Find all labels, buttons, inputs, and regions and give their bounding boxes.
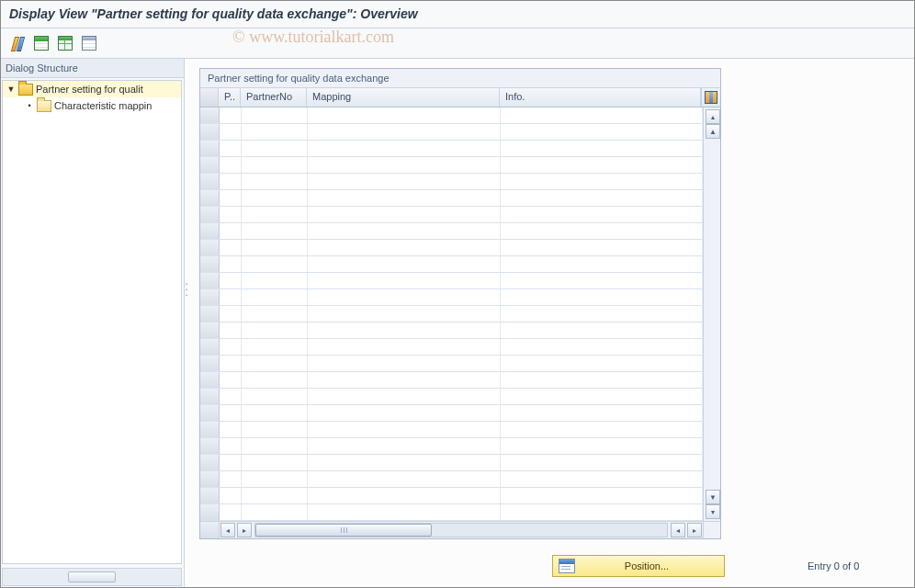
cell-partner-type[interactable] <box>220 306 242 322</box>
row-selector[interactable] <box>200 438 220 454</box>
cell-partner-no[interactable] <box>242 107 308 123</box>
cell-info[interactable] <box>501 306 703 322</box>
table-row[interactable] <box>200 240 703 256</box>
row-selector[interactable] <box>200 223 220 239</box>
position-button[interactable]: Position... <box>552 555 725 577</box>
cell-info[interactable] <box>501 405 703 421</box>
splitter-handle[interactable]: ••• <box>184 276 189 303</box>
cell-partner-type[interactable] <box>220 256 242 272</box>
hscroll-thumb[interactable] <box>255 524 432 537</box>
cell-info[interactable] <box>501 389 703 404</box>
row-selector[interactable] <box>200 141 220 156</box>
cell-partner-no[interactable] <box>242 504 308 520</box>
cell-partner-type[interactable] <box>220 372 242 388</box>
table-row[interactable] <box>200 124 703 141</box>
tree-node-characteristic-mapping[interactable]: • Characteristic mappin <box>3 97 181 114</box>
cell-info[interactable] <box>501 157 703 173</box>
cell-partner-no[interactable] <box>242 356 308 371</box>
cell-mapping[interactable] <box>308 488 501 503</box>
cell-partner-no[interactable] <box>242 289 308 305</box>
table-row[interactable] <box>200 405 703 422</box>
dialog-structure-tree[interactable]: ▼ Partner setting for qualit • Character… <box>2 80 182 564</box>
row-selector[interactable] <box>200 422 220 437</box>
cell-partner-no[interactable] <box>242 141 308 156</box>
cell-mapping[interactable] <box>308 322 501 338</box>
cell-partner-type[interactable] <box>220 339 242 355</box>
cell-mapping[interactable] <box>308 405 501 421</box>
cell-partner-type[interactable] <box>220 405 242 421</box>
grid-header-mapping[interactable]: Mapping <box>307 88 500 107</box>
row-selector[interactable] <box>200 405 220 421</box>
row-selector[interactable] <box>200 322 220 338</box>
cell-partner-no[interactable] <box>242 157 308 173</box>
cell-mapping[interactable] <box>308 372 501 388</box>
cell-partner-type[interactable] <box>220 207 242 222</box>
table-row[interactable] <box>200 207 703 223</box>
table-row[interactable] <box>200 107 703 124</box>
row-selector[interactable] <box>200 339 220 355</box>
table-row[interactable] <box>200 471 703 488</box>
row-selector[interactable] <box>200 306 220 322</box>
cell-partner-no[interactable] <box>242 223 308 239</box>
new-entries-button[interactable] <box>31 33 51 53</box>
cell-mapping[interactable] <box>308 107 501 123</box>
cell-partner-no[interactable] <box>242 273 308 288</box>
cell-partner-type[interactable] <box>220 455 242 470</box>
cell-partner-type[interactable] <box>220 141 242 156</box>
cell-info[interactable] <box>501 256 703 272</box>
cell-mapping[interactable] <box>308 256 501 272</box>
cell-info[interactable] <box>501 240 703 255</box>
cell-partner-no[interactable] <box>242 471 308 487</box>
cell-info[interactable] <box>501 273 703 288</box>
cell-partner-no[interactable] <box>242 174 308 189</box>
cell-info[interactable] <box>501 207 703 222</box>
grid-vscrollbar[interactable]: ▴ ▲ ▼ ▾ <box>703 107 720 521</box>
cell-info[interactable] <box>501 223 703 239</box>
cell-partner-no[interactable] <box>242 455 308 470</box>
cell-mapping[interactable] <box>308 223 501 239</box>
cell-mapping[interactable] <box>308 190 501 206</box>
cell-partner-no[interactable] <box>242 124 308 140</box>
cell-partner-type[interactable] <box>220 488 242 503</box>
row-selector[interactable] <box>200 207 220 222</box>
cell-partner-no[interactable] <box>242 256 308 272</box>
collapse-icon[interactable]: ▼ <box>6 85 16 94</box>
table-row[interactable] <box>200 455 703 471</box>
grid-header-partner-type[interactable]: P.. <box>219 88 241 107</box>
row-selector[interactable] <box>200 107 220 123</box>
cell-info[interactable] <box>501 438 703 454</box>
cell-partner-type[interactable] <box>220 107 242 123</box>
cell-partner-no[interactable] <box>242 207 308 222</box>
grid-header-select[interactable] <box>200 88 219 107</box>
expand-view-button[interactable] <box>55 33 75 53</box>
cell-info[interactable] <box>501 289 703 305</box>
cell-partner-no[interactable] <box>242 322 308 338</box>
cell-info[interactable] <box>501 422 703 437</box>
scroll-page-up-button[interactable]: ▴ <box>706 109 720 124</box>
grid-header-partner-no[interactable]: PartnerNo <box>241 88 307 107</box>
table-row[interactable] <box>200 223 703 240</box>
cell-partner-type[interactable] <box>220 389 242 404</box>
cell-partner-no[interactable] <box>242 240 308 255</box>
cell-mapping[interactable] <box>308 174 501 189</box>
row-selector[interactable] <box>200 389 220 404</box>
cell-mapping[interactable] <box>308 157 501 173</box>
row-selector[interactable] <box>200 471 220 487</box>
row-selector[interactable] <box>200 372 220 388</box>
row-selector[interactable] <box>200 455 220 470</box>
cell-partner-no[interactable] <box>242 389 308 404</box>
table-row[interactable] <box>200 372 703 389</box>
table-row[interactable] <box>200 273 703 289</box>
cell-partner-type[interactable] <box>220 240 242 255</box>
scrollbar-thumb[interactable] <box>68 571 116 582</box>
cell-mapping[interactable] <box>308 306 501 322</box>
grid-header-info[interactable]: Info. <box>500 88 701 107</box>
row-selector[interactable] <box>200 124 220 140</box>
row-selector[interactable] <box>200 273 220 288</box>
scroll-right-button[interactable]: ◂ <box>671 523 685 537</box>
table-row[interactable] <box>200 157 703 174</box>
cell-mapping[interactable] <box>308 356 501 371</box>
cell-info[interactable] <box>501 488 703 503</box>
cell-partner-type[interactable] <box>220 124 242 140</box>
scroll-page-down-button[interactable]: ▾ <box>706 504 720 519</box>
